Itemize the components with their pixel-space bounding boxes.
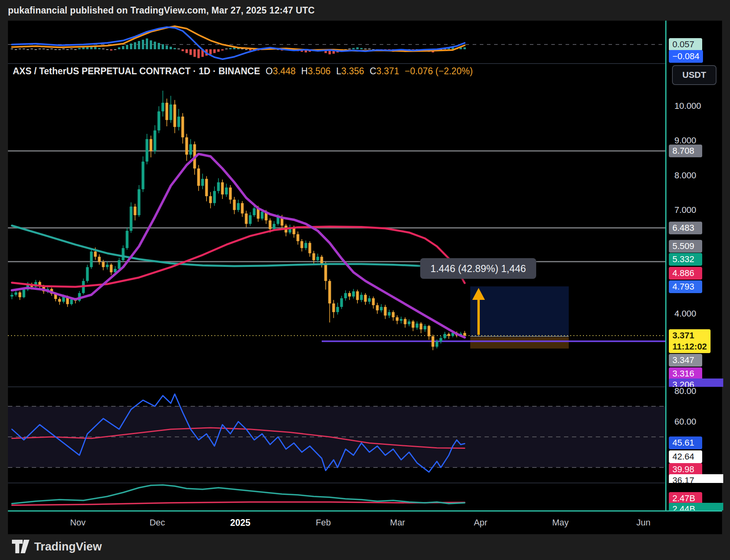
price-label-7.000: 7.000 [669, 204, 702, 216]
symbol-legend[interactable]: AXS / TetherUS PERPETUAL CONTRACT · 1D ·… [13, 66, 473, 77]
price-label-4.793: 4.793 [669, 280, 702, 293]
price-label-3.347: 3.347 [669, 354, 702, 367]
publish-header: pukafinancial published on TradingView.c… [8, 0, 315, 21]
price-scale[interactable]: USDT 0.057−0.08410.0009.0008.7088.0007.0… [665, 21, 722, 510]
price-label-80.00: 80.00 [669, 385, 702, 398]
moving-averages [12, 154, 465, 338]
high-label: H [301, 66, 308, 76]
measure-tooltip-text: 1.446 (42.89%) 1,446 [431, 263, 526, 274]
gray-level-lines [8, 151, 665, 262]
open-value: 3.448 [273, 66, 296, 76]
price-label-45.61: 45.61 [669, 436, 702, 449]
time-label-May: May [552, 518, 569, 528]
candles-layer [11, 91, 466, 350]
tradingview-brand-text: TradingView [34, 540, 102, 553]
price-label-5.332: 5.332 [669, 253, 702, 266]
low-value: 3.356 [341, 66, 364, 76]
time-label-Apr: Apr [474, 518, 487, 528]
low-label: L [336, 66, 341, 76]
close-value: 3.371 [376, 66, 399, 76]
measure-tool-shape [470, 286, 569, 348]
price-label-60.00: 60.00 [669, 415, 702, 428]
tradingview-brand-link[interactable]: TradingView [12, 540, 102, 553]
symbol-title: AXS / TetherUS PERPETUAL CONTRACT · 1D ·… [13, 66, 260, 76]
price-label-2.44B: 2.44B [669, 503, 723, 510]
price-label-−0.084: −0.084 [669, 50, 703, 63]
footer-bar: TradingView [0, 534, 730, 560]
measure-tooltip: 1.446 (42.89%) 1,446 [420, 258, 536, 279]
price-label-4.000: 4.000 [669, 307, 702, 320]
time-label-Feb: Feb [316, 518, 331, 528]
macd-lines [12, 26, 465, 59]
time-label-Dec: Dec [149, 518, 165, 528]
price-label-5.509: 5.509 [669, 240, 702, 253]
price-label-8.000: 8.000 [669, 169, 702, 182]
clipped-label-wrap: 36.17 [666, 474, 723, 483]
price-label-6.483: 6.483 [669, 222, 702, 234]
open-label: O [266, 66, 273, 76]
chart-container: AXS / TetherUS PERPETUAL CONTRACT · 1D ·… [8, 21, 722, 534]
price-label-10.000: 10.000 [669, 100, 705, 112]
time-scale[interactable]: NovDec2025FebMarAprMayJun [8, 510, 722, 534]
time-label-Mar: Mar [390, 518, 405, 528]
bottom-indicator-lines [12, 485, 465, 505]
tradingview-logo-icon [12, 540, 29, 553]
price-label-8.708: 8.708 [669, 145, 702, 157]
price-label-36.17: 36.17 [669, 474, 723, 483]
price-label-0.057: 0.057 [669, 38, 702, 51]
last-price-label: 3.37111:12:02 [669, 329, 711, 353]
close-label: C [370, 66, 377, 76]
price-label-4.886: 4.886 [669, 267, 702, 280]
price-label-42.64: 42.64 [669, 450, 702, 463]
currency-toggle-button[interactable]: USDT [672, 65, 716, 85]
price-chart-canvas[interactable] [8, 21, 665, 510]
high-value: 3.506 [308, 66, 331, 76]
time-label-Nov: Nov [70, 518, 85, 528]
time-label-2025: 2025 [230, 518, 250, 528]
change-value: −0.076 (−2.20%) [405, 66, 473, 76]
time-label-Jun: Jun [636, 518, 650, 528]
clipped-label-wrap: 2.44B [666, 503, 723, 510]
publish-header-text: pukafinancial published on TradingView.c… [8, 5, 315, 16]
